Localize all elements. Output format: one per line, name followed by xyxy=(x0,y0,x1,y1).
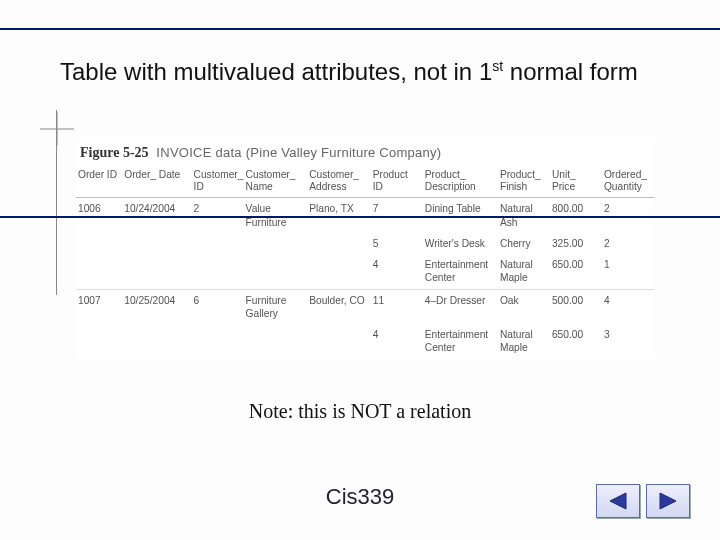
col-order-id: Order ID xyxy=(76,165,122,198)
table-row: 4Entertainment CenterNatural Maple650.00… xyxy=(76,254,654,289)
figure-label: Figure 5-25 xyxy=(80,145,149,160)
table-cell: 4 xyxy=(371,254,423,289)
table-cell: Entertainment Center xyxy=(423,254,498,289)
table-cell xyxy=(307,254,371,289)
title-superscript: st xyxy=(492,58,503,74)
table-cell: 6 xyxy=(192,289,244,324)
table-cell: 1 xyxy=(602,254,654,289)
col-qty: Ordered_ Quantity xyxy=(602,165,654,198)
vertical-guide-line xyxy=(56,110,57,295)
table-cell xyxy=(76,233,122,254)
slide-title: Table with multivalued attributes, not i… xyxy=(60,58,638,86)
table-cell: 4–Dr Dresser xyxy=(423,289,498,324)
table-cell: 10/25/2004 xyxy=(122,289,191,324)
table-row: 100710/25/20046Furniture GalleryBoulder,… xyxy=(76,289,654,324)
table-cell: Natural Maple xyxy=(498,254,550,289)
figure-caption-text: INVOICE data (Pine Valley Furniture Comp… xyxy=(156,145,441,160)
crosshair-icon xyxy=(40,112,74,146)
table-header: Order ID Order_ Date Customer_ ID Custom… xyxy=(76,165,654,198)
table-cell: Natural Maple xyxy=(498,324,550,359)
table-cell xyxy=(76,254,122,289)
table-cell xyxy=(307,233,371,254)
col-unit-price: Unit_ Price xyxy=(550,165,602,198)
table-cell xyxy=(244,324,308,359)
table-cell: 4 xyxy=(371,324,423,359)
prev-button[interactable] xyxy=(596,484,640,518)
col-product-desc: Product_ Description xyxy=(423,165,498,198)
table-cell: Oak xyxy=(498,289,550,324)
table-cell xyxy=(244,254,308,289)
table-cell: 325.00 xyxy=(550,233,602,254)
table-cell: Cherry xyxy=(498,233,550,254)
col-customer-id: Customer_ ID xyxy=(192,165,244,198)
table-cell xyxy=(307,324,371,359)
table-cell xyxy=(76,324,122,359)
col-product-finish: Product_ Finish xyxy=(498,165,550,198)
table-cell: Furniture Gallery xyxy=(244,289,308,324)
table-row: 5Writer's DeskCherry325.002 xyxy=(76,233,654,254)
col-customer-name: Customer_ Name xyxy=(244,165,308,198)
svg-marker-2 xyxy=(610,493,626,509)
table-cell: 2 xyxy=(602,233,654,254)
table-cell: 1007 xyxy=(76,289,122,324)
slide: Table with multivalued attributes, not i… xyxy=(0,0,720,540)
table-cell: 4 xyxy=(602,289,654,324)
table-cell xyxy=(122,254,191,289)
table-cell: 5 xyxy=(371,233,423,254)
table-cell xyxy=(192,254,244,289)
table-cell: Writer's Desk xyxy=(423,233,498,254)
table-body: 100610/24/20042Value FurniturePlano, TX7… xyxy=(76,198,654,359)
note-text: Note: this is NOT a relation xyxy=(0,400,720,423)
table-cell xyxy=(244,233,308,254)
table-cell: 3 xyxy=(602,324,654,359)
next-button[interactable] xyxy=(646,484,690,518)
table-cell: 500.00 xyxy=(550,289,602,324)
invoice-table: Order ID Order_ Date Customer_ ID Custom… xyxy=(76,165,654,359)
horizontal-rule-bottom xyxy=(0,216,720,218)
table-row: 4Entertainment CenterNatural Maple650.00… xyxy=(76,324,654,359)
table-cell: Boulder, CO xyxy=(307,289,371,324)
triangle-right-icon xyxy=(658,492,678,510)
triangle-left-icon xyxy=(608,492,628,510)
table-cell xyxy=(122,324,191,359)
table-cell: 650.00 xyxy=(550,324,602,359)
col-customer-address: Customer_ Address xyxy=(307,165,371,198)
table-cell xyxy=(122,233,191,254)
table-cell: Entertainment Center xyxy=(423,324,498,359)
col-order-date: Order_ Date xyxy=(122,165,191,198)
title-suffix: normal form xyxy=(503,58,638,85)
svg-marker-3 xyxy=(660,493,676,509)
table-cell: 650.00 xyxy=(550,254,602,289)
nav-buttons xyxy=(596,484,690,518)
title-prefix: Table with multivalued attributes, not i… xyxy=(60,58,492,85)
col-product-id: Product ID xyxy=(371,165,423,198)
table-cell: 11 xyxy=(371,289,423,324)
table-cell xyxy=(192,324,244,359)
figure-caption: Figure 5-25 INVOICE data (Pine Valley Fu… xyxy=(76,138,654,165)
table-cell xyxy=(192,233,244,254)
horizontal-rule-top xyxy=(0,28,720,30)
figure-container: Figure 5-25 INVOICE data (Pine Valley Fu… xyxy=(76,138,654,359)
